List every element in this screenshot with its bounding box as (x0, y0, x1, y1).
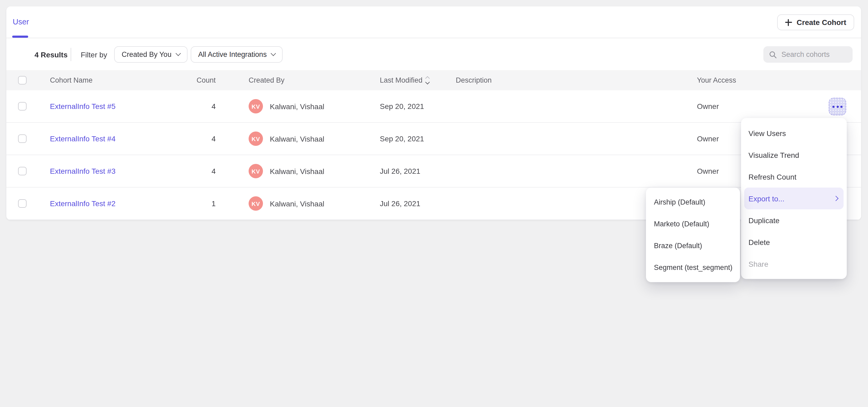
tab-user[interactable]: User (13, 18, 29, 26)
menu-item-refresh-count[interactable]: Refresh Count (741, 166, 847, 188)
menu-item-share: Share (741, 253, 847, 275)
cohort-name-link[interactable]: ExternalInfo Test #4 (50, 134, 116, 143)
menu-item-visualize-trend[interactable]: Visualize Trend (741, 144, 847, 166)
last-modified-date: Jul 26, 2021 (380, 167, 421, 175)
select-all-checkbox[interactable] (18, 76, 27, 85)
last-modified-date: Jul 26, 2021 (380, 199, 421, 208)
column-header-your-access[interactable]: Your Access (697, 76, 736, 84)
active-tab-indicator (12, 36, 28, 38)
chevron-down-icon (271, 51, 276, 56)
created-by-name: Kalwani, Vishaal (270, 134, 324, 143)
cohort-name-link[interactable]: ExternalInfo Test #2 (50, 199, 116, 208)
access-value: Owner (697, 134, 719, 143)
sort-desc-arrow (426, 80, 430, 84)
menu-item-duplicate[interactable]: Duplicate (741, 209, 847, 231)
created-by-filter-value: Created By You (122, 51, 172, 58)
create-cohort-button[interactable]: Create Cohort (777, 14, 854, 30)
cohort-name-link[interactable]: ExternalInfo Test #5 (50, 102, 116, 111)
table-row: ExternalInfo Test #3 4 KV Kalwani, Visha… (6, 155, 861, 188)
row-checkbox[interactable] (18, 167, 27, 175)
search-icon (769, 51, 777, 58)
integrations-filter-dropdown[interactable]: All Active Integrations (191, 46, 283, 63)
integrations-filter-value: All Active Integrations (198, 51, 267, 58)
column-header-created-by[interactable]: Created By (249, 76, 284, 84)
table-row: ExternalInfo Test #4 4 KV Kalwani, Visha… (6, 123, 861, 155)
last-modified-label: Last Modified (380, 76, 423, 84)
last-modified-date: Sep 20, 2021 (380, 134, 424, 143)
last-modified-date: Sep 20, 2021 (380, 102, 424, 111)
export-to-label: Export to... (748, 194, 784, 203)
submenu-item-segment[interactable]: Segment (test_segment) (646, 257, 740, 278)
submenu-item-marketo[interactable]: Marketo (Default) (646, 213, 740, 235)
menu-item-view-users[interactable]: View Users (741, 122, 847, 144)
create-cohort-label: Create Cohort (797, 18, 846, 27)
access-value: Owner (697, 102, 719, 111)
tab-bar: User Create Cohort (6, 6, 861, 38)
created-by-filter-dropdown[interactable]: Created By You (114, 46, 188, 63)
cohort-count: 4 (178, 134, 216, 143)
row-checkbox[interactable] (18, 134, 27, 143)
toolbar-divider (71, 48, 71, 61)
cohort-count: 4 (178, 167, 216, 175)
toolbar: 4 Results Filter by Created By You All A… (6, 38, 861, 70)
column-header-description[interactable]: Description (456, 76, 492, 84)
avatar: KV (249, 196, 263, 211)
plus-icon (785, 19, 792, 26)
column-header-last-modified[interactable]: Last Modified (380, 76, 429, 84)
access-value: Owner (697, 167, 719, 175)
search-input[interactable] (781, 51, 847, 58)
column-header-count[interactable]: Count (178, 76, 216, 84)
cohort-name-link[interactable]: ExternalInfo Test #3 (50, 167, 116, 175)
chevron-right-icon (833, 196, 839, 201)
avatar: KV (249, 131, 263, 146)
table-row: ExternalInfo Test #5 4 KV Kalwani, Visha… (6, 90, 861, 123)
ellipsis-icon (832, 105, 835, 107)
table-header: Cohort Name Count Created By Last Modifi… (6, 70, 861, 90)
chevron-down-icon (176, 51, 181, 56)
page: User Create Cohort 4 Results Filter by C… (0, 0, 868, 407)
column-header-cohort-name[interactable]: Cohort Name (50, 76, 93, 84)
cohort-count: 1 (178, 199, 216, 208)
export-submenu: Airship (Default) Marketo (Default) Braz… (646, 188, 740, 282)
search-box[interactable] (763, 46, 852, 63)
filter-by-label: Filter by (81, 51, 107, 59)
row-checkbox[interactable] (18, 102, 27, 111)
avatar: KV (249, 99, 263, 114)
created-by-name: Kalwani, Vishaal (270, 102, 324, 111)
created-by-name: Kalwani, Vishaal (270, 199, 324, 208)
row-checkbox[interactable] (18, 199, 27, 208)
menu-item-export-to[interactable]: Export to... (744, 188, 843, 209)
sort-arrows-icon[interactable] (426, 77, 429, 84)
created-by-name: Kalwani, Vishaal (270, 167, 324, 175)
results-count: 4 Results (34, 51, 68, 59)
submenu-item-braze[interactable]: Braze (Default) (646, 235, 740, 257)
cohort-count: 4 (178, 102, 216, 111)
row-actions-menu: View Users Visualize Trend Refresh Count… (741, 118, 847, 279)
row-actions-button[interactable] (829, 98, 846, 115)
submenu-item-airship[interactable]: Airship (Default) (646, 191, 740, 213)
menu-item-delete[interactable]: Delete (741, 231, 847, 253)
avatar: KV (249, 164, 263, 178)
